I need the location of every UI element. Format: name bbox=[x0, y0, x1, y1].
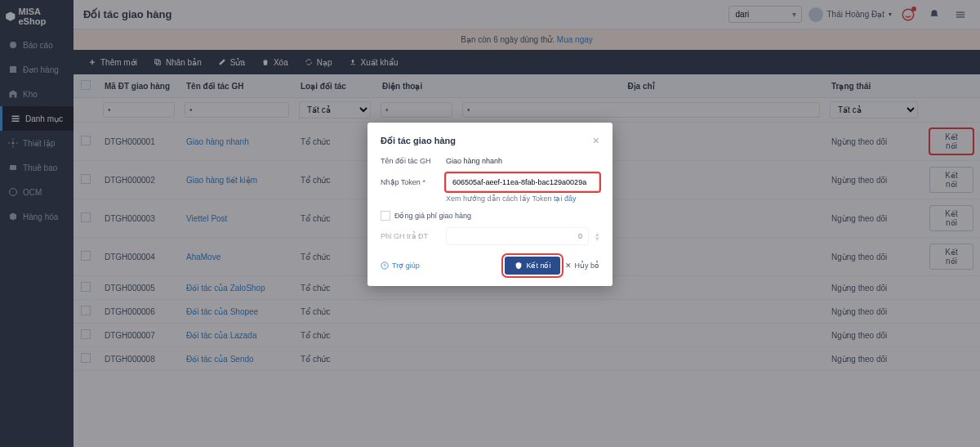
help-link[interactable]: Trợ giúp bbox=[381, 261, 420, 270]
cancel-button[interactable]: ✕ Hủy bỏ bbox=[565, 261, 599, 270]
token-label: Nhập Token * bbox=[381, 178, 439, 186]
partner-modal: Đối tác giao hàng × Tên đối tác GH Giao … bbox=[368, 123, 612, 286]
partner-name-value: Giao hàng nhanh bbox=[446, 157, 599, 165]
fee-label: Phí GH trả ĐT bbox=[381, 232, 439, 240]
token-guide-link[interactable]: tại đây bbox=[554, 194, 577, 203]
token-input[interactable] bbox=[446, 173, 599, 191]
token-hint: Xem hướng dẫn cách lấy Token tại đây bbox=[446, 194, 599, 203]
fee-input[interactable] bbox=[446, 227, 589, 245]
flat-fee-label: Đồng giá phí giao hàng bbox=[394, 212, 471, 220]
flat-fee-checkbox[interactable] bbox=[381, 211, 390, 221]
modal-overlay: Đối tác giao hàng × Tên đối tác GH Giao … bbox=[0, 0, 980, 447]
connect-button[interactable]: Kết nối bbox=[505, 257, 560, 275]
partner-name-label: Tên đối tác GH bbox=[381, 157, 439, 165]
close-icon[interactable]: × bbox=[593, 134, 599, 147]
modal-title: Đối tác giao hàng bbox=[381, 136, 456, 146]
